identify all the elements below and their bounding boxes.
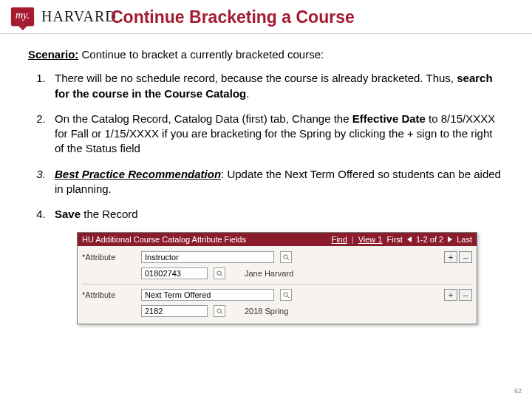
add-row-button[interactable]: + — [444, 251, 457, 263]
page-title: Continue Bracketing a Course — [111, 7, 355, 27]
remove-row-button[interactable]: – — [459, 289, 472, 301]
svg-point-2 — [216, 271, 220, 275]
step-2-text-b: Effective Date — [352, 112, 426, 125]
body: Scenario: Continue to bracket a currentl… — [0, 34, 532, 324]
screenshot-panel-wrap: HU Additional Course Catalog Attribute F… — [77, 232, 477, 324]
lookup-icon[interactable] — [280, 289, 292, 301]
view1-link[interactable]: View 1 — [358, 234, 383, 245]
step-4-text-b: the Record — [81, 208, 138, 220]
svg-point-0 — [283, 255, 287, 259]
attr-value-2[interactable] — [141, 289, 274, 301]
scenario-text: Continue to bracket a currently brackete… — [78, 48, 324, 61]
remove-row-button[interactable]: – — [459, 251, 472, 263]
attribute-panel: HU Additional Course Catalog Attribute F… — [77, 232, 477, 324]
svg-line-3 — [220, 274, 222, 276]
attr-id-1[interactable] — [141, 267, 208, 279]
step-1: There will be no schedule record, becaus… — [49, 71, 504, 101]
nav-sep-1: | — [352, 234, 354, 245]
svg-line-7 — [220, 312, 222, 314]
row-2-controls: + – — [444, 289, 472, 301]
svg-line-1 — [287, 258, 289, 260]
lookup-icon[interactable] — [280, 251, 292, 263]
panel-nav: Find | View 1 First 1-2 of 2 Last — [331, 234, 472, 245]
attr-resolved-2: 2018 Spring — [245, 306, 288, 317]
step-4-text-a: Save — [55, 208, 81, 220]
step-1-text-a: There will be no schedule record, becaus… — [55, 72, 457, 84]
svg-point-6 — [216, 309, 220, 313]
range-label: 1-2 of 2 — [416, 234, 443, 245]
step-3: Best Practice Recommendation: Update the… — [49, 167, 504, 197]
slide: my. HARVARD Continue Bracketing a Course… — [0, 0, 532, 399]
page-number: 62 — [514, 387, 522, 395]
svg-point-4 — [283, 293, 287, 296]
lookup-icon[interactable] — [214, 305, 225, 317]
attr-label-2: *Attribute — [82, 290, 135, 301]
attr-row-1b: Jane Harvard — [82, 265, 472, 282]
step-1-text-c: . — [246, 87, 249, 100]
attr-row-2b: 2018 Spring — [82, 303, 472, 319]
find-link[interactable]: Find — [331, 234, 347, 245]
scenario-label: Scenario: — [28, 48, 78, 61]
lookup-icon[interactable] — [214, 267, 225, 279]
row-divider — [82, 284, 472, 284]
step-2: On the Catalog Record, Catalog Data (fir… — [49, 112, 504, 157]
arrow-right-icon[interactable] — [448, 236, 452, 242]
scenario-line: Scenario: Continue to bracket a currentl… — [28, 47, 504, 62]
attr-label-1: *Attribute — [82, 252, 135, 263]
panel-title: HU Additional Course Catalog Attribute F… — [82, 234, 246, 245]
add-row-button[interactable]: + — [444, 289, 457, 301]
svg-line-5 — [287, 296, 289, 298]
steps-list: There will be no schedule record, becaus… — [28, 71, 504, 222]
step-2-text-a: On the Catalog Record, Catalog Data (fir… — [55, 112, 352, 125]
attr-id-2[interactable] — [141, 305, 208, 317]
attr-row-2: *Attribute + – — [82, 287, 472, 303]
panel-body: *Attribute + – — [78, 246, 477, 324]
attr-value-1[interactable] — [141, 251, 274, 263]
step-3-text-a: Best Practice Recommendation — [55, 168, 221, 180]
header-divider — [0, 33, 532, 34]
step-4: Save the Record — [49, 207, 504, 222]
logo-badge: my. — [11, 7, 34, 26]
arrow-left-icon[interactable] — [407, 236, 412, 242]
first-label: First — [387, 234, 403, 245]
panel-header: HU Additional Course Catalog Attribute F… — [78, 233, 477, 246]
attr-resolved-1: Jane Harvard — [245, 268, 293, 279]
last-label: Last — [457, 234, 472, 245]
row-1-controls: + – — [444, 251, 472, 263]
logo-wordmark: HARVARD — [41, 8, 117, 25]
attr-row-1: *Attribute + – — [82, 249, 472, 265]
header: my. HARVARD Continue Bracketing a Course — [0, 0, 532, 34]
logo: my. HARVARD — [11, 1, 117, 31]
